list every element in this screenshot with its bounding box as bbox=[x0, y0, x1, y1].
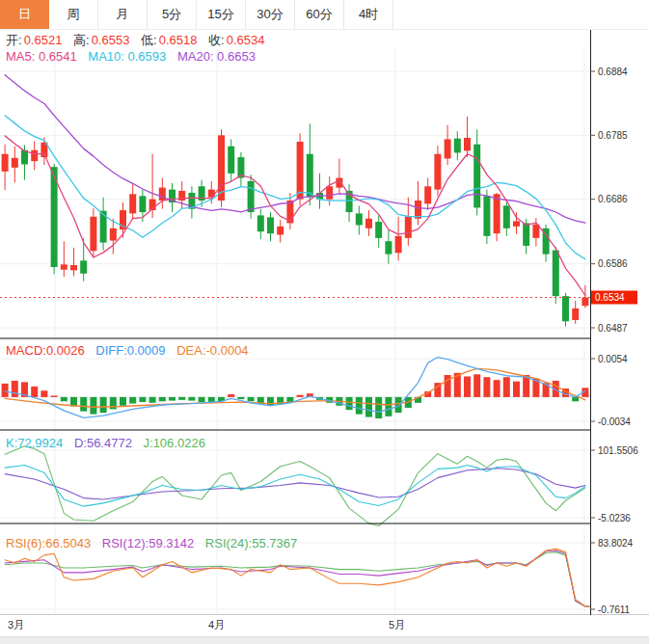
diff-value: DIFF:0.0009 bbox=[95, 343, 165, 358]
tab-5min[interactable]: 5分 bbox=[148, 0, 197, 29]
close-label: 收: bbox=[208, 33, 225, 47]
svg-text:-0.0034: -0.0034 bbox=[598, 416, 631, 427]
low-value: 0.6518 bbox=[159, 33, 198, 47]
svg-text:101.5506: 101.5506 bbox=[598, 445, 638, 456]
ma5-value: MA5: 0.6541 bbox=[6, 49, 77, 64]
svg-text:3月: 3月 bbox=[8, 619, 24, 631]
svg-text:-0.7611: -0.7611 bbox=[598, 604, 631, 615]
svg-text:0.6534: 0.6534 bbox=[595, 292, 625, 303]
kdj-summary: K:72.9924 D:56.4772 J:106.0226 bbox=[6, 436, 213, 450]
svg-text:5月: 5月 bbox=[389, 619, 405, 631]
ma20-value: MA20: 0.6653 bbox=[177, 49, 256, 64]
high-label: 高: bbox=[73, 33, 90, 47]
ma-summary: MA5: 0.6541 MA10: 0.6593 MA20: 0.6653 bbox=[6, 49, 263, 64]
macd-summary: MACD:0.0026 DIFF:0.0009 DEA:-0.0004 bbox=[6, 343, 257, 358]
svg-text:-5.0236: -5.0236 bbox=[598, 513, 631, 523]
low-label: 低: bbox=[141, 33, 157, 47]
rsi12-value: RSI(12):59.3142 bbox=[102, 536, 194, 550]
last-price-line: 0.6534 bbox=[0, 291, 637, 305]
rsi6-value: RSI(6):66.5043 bbox=[6, 536, 91, 550]
y-axis-labels: 0.68840.67850.66860.65860.64870.0054-0.0… bbox=[590, 67, 638, 615]
open-label: 开: bbox=[6, 33, 22, 47]
ma10-value: MA10: 0.6593 bbox=[88, 49, 166, 64]
macd-panel bbox=[0, 358, 590, 419]
tab-15min[interactable]: 15分 bbox=[197, 0, 246, 29]
ohlc-summary: 开:0.6521 高:0.6553 低:0.6518 收:0.6534 bbox=[6, 32, 272, 49]
tab-4hour[interactable]: 4时 bbox=[344, 0, 393, 29]
trading-chart-app: 0.65340.68840.67850.66860.65860.64870.00… bbox=[0, 0, 649, 644]
timeframe-tabs: 日 周 月 5分 15分 30分 60分 4时 bbox=[0, 0, 649, 30]
tab-month[interactable]: 月 bbox=[98, 0, 148, 29]
rsi-panel bbox=[5, 549, 589, 606]
open-value: 0.6521 bbox=[24, 33, 63, 47]
panel-borders bbox=[0, 29, 649, 615]
tab-60min[interactable]: 60分 bbox=[295, 0, 344, 29]
svg-text:0.6785: 0.6785 bbox=[598, 130, 628, 141]
svg-text:0.6487: 0.6487 bbox=[598, 323, 628, 334]
svg-text:4月: 4月 bbox=[208, 619, 225, 631]
j-value: J:106.0226 bbox=[144, 436, 205, 450]
svg-text:0.6686: 0.6686 bbox=[598, 194, 628, 204]
main-candles bbox=[2, 117, 589, 327]
rsi24-value: RSI(24):55.7367 bbox=[205, 536, 297, 550]
macd-value: MACD:0.0026 bbox=[6, 343, 85, 358]
tab-30min[interactable]: 30分 bbox=[246, 0, 295, 29]
svg-text:0.6884: 0.6884 bbox=[598, 67, 628, 77]
close-value: 0.6534 bbox=[227, 33, 265, 47]
kdj-panel bbox=[5, 446, 585, 526]
tab-week[interactable]: 周 bbox=[49, 0, 98, 29]
rsi-summary: RSI(6):66.5043 RSI(12):59.3142 RSI(24):5… bbox=[6, 536, 305, 550]
svg-text:0.6586: 0.6586 bbox=[598, 258, 628, 269]
svg-text:0.0054: 0.0054 bbox=[598, 354, 628, 364]
high-value: 0.6553 bbox=[92, 33, 130, 47]
tab-day[interactable]: 日 bbox=[0, 0, 49, 29]
gridlines bbox=[0, 48, 590, 614]
dea-value: DEA:-0.0004 bbox=[176, 343, 248, 358]
d-value: D:56.4772 bbox=[74, 436, 132, 450]
svg-text:83.8024: 83.8024 bbox=[598, 538, 634, 549]
x-axis-labels: 3月4月5月 bbox=[8, 619, 405, 631]
k-value: K:72.9924 bbox=[6, 436, 63, 450]
ma-lines bbox=[5, 75, 585, 296]
